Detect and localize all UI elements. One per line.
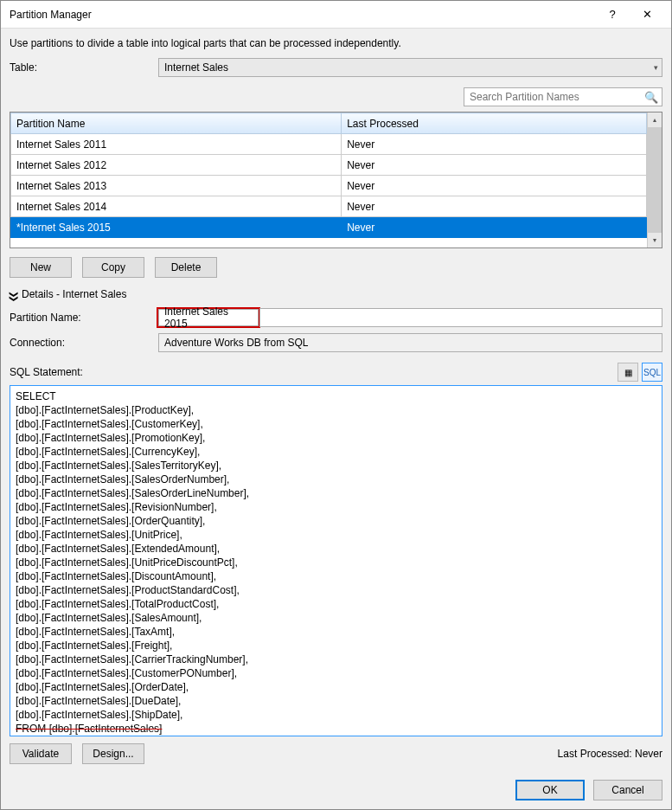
- intro-text: Use partitions to divide a table into lo…: [10, 37, 662, 49]
- new-button[interactable]: New: [10, 257, 72, 278]
- sql-from: FROM [dbo].[FactInternetSales]: [16, 723, 162, 735]
- search-box[interactable]: 🔍: [464, 87, 662, 106]
- sql-statement-label: SQL Statement:: [10, 366, 614, 378]
- last-processed-status: Last Processed: Never: [558, 748, 662, 760]
- delete-button[interactable]: Delete: [155, 257, 217, 278]
- titlebar: Partition Manager ? ✕: [1, 1, 671, 29]
- ok-button[interactable]: OK: [515, 780, 585, 800]
- table-row[interactable]: Internet Sales 2013 Never: [11, 176, 647, 196]
- close-button[interactable]: ✕: [630, 3, 664, 27]
- search-input[interactable]: [468, 90, 644, 104]
- table-row-selected[interactable]: *Internet Sales 2015 Never: [11, 217, 647, 238]
- table-select[interactable]: Internet Sales ▾: [158, 58, 662, 77]
- expand-icon: ❯❯: [10, 290, 19, 299]
- validate-button[interactable]: Validate: [10, 743, 72, 764]
- table-label: Table:: [10, 61, 158, 74]
- search-icon[interactable]: 🔍: [644, 91, 658, 104]
- connection-label: Connection:: [10, 337, 158, 349]
- sql-view-button[interactable]: SQL: [642, 363, 662, 382]
- table-scrollbar[interactable]: ▴ ▾: [647, 112, 662, 248]
- design-button[interactable]: Design...: [82, 743, 144, 764]
- dialog-content: Use partitions to divide a table into lo…: [1, 29, 671, 773]
- table-row[interactable]: Internet Sales 2011 Never: [11, 134, 647, 155]
- table-select-value: Internet Sales: [164, 61, 228, 74]
- sql-textarea[interactable]: SELECT [dbo].[FactInternetSales].[Produc…: [10, 385, 662, 736]
- connection-input: Adventure Works DB from SQL: [158, 333, 662, 352]
- chevron-down-icon: ▾: [654, 63, 658, 72]
- sql-icon: SQL: [643, 368, 661, 377]
- dialog-button-row: OK Cancel: [1, 773, 671, 809]
- cancel-button[interactable]: Cancel: [593, 780, 662, 800]
- help-button[interactable]: ?: [595, 3, 630, 27]
- partition-name-value-hl: Internet Sales 2015: [164, 305, 253, 330]
- partition-name-label: Partition Name:: [10, 312, 158, 324]
- sql-body: SELECT [dbo].[FactInternetSales].[Produc…: [16, 390, 249, 721]
- scroll-up-icon[interactable]: ▴: [648, 112, 662, 127]
- details-header-label: Details - Internet Sales: [22, 288, 126, 300]
- col-last-processed[interactable]: Last Processed: [342, 113, 647, 134]
- partition-table: Partition Name Last Processed Internet S…: [10, 112, 662, 248]
- table-row[interactable]: Internet Sales 2012 Never: [11, 155, 647, 176]
- partition-name-input[interactable]: [259, 308, 662, 327]
- table-row[interactable]: Internet Sales 2014 Never: [11, 196, 647, 217]
- scroll-down-icon[interactable]: ▾: [648, 233, 662, 248]
- col-partition-name[interactable]: Partition Name: [11, 113, 342, 134]
- scroll-thumb[interactable]: [648, 127, 662, 233]
- grid-view-button[interactable]: ▦: [618, 363, 638, 382]
- partition-manager-dialog: Partition Manager ? ✕ Use partitions to …: [0, 0, 672, 810]
- details-header[interactable]: ❯❯ Details - Internet Sales: [10, 288, 662, 300]
- copy-button[interactable]: Copy: [82, 257, 144, 278]
- dialog-title: Partition Manager: [10, 9, 595, 21]
- grid-icon: ▦: [624, 368, 632, 377]
